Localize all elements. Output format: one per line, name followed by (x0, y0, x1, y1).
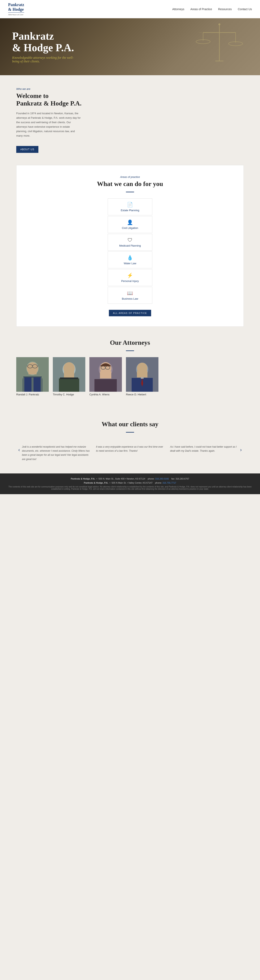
testimonials-title: What our clients say (16, 420, 244, 428)
practice-label: Areas of practice (29, 175, 231, 178)
svg-rect-27 (59, 379, 79, 392)
nav-links: Attorneys Areas of Practice Resources Co… (172, 8, 252, 11)
footer-phone2-label: phone: (155, 482, 162, 484)
medicaid-planning-icon: 🛡 (128, 237, 132, 243)
attorney-card-cynthia: Cynthia A. Wiens (89, 357, 122, 396)
testimonial-prev-button[interactable]: ‹ (16, 447, 22, 453)
attorneys-section: Our Attorneys (0, 327, 260, 408)
svg-rect-32 (100, 371, 111, 379)
hero-content: Pankratz & Hodge P.A. Knowledgeable atto… (0, 30, 77, 63)
attorney-name-reece: Reece D. Hiebert (126, 393, 146, 396)
practice-title: What we can do for you (29, 180, 231, 188)
scales-icon (191, 20, 248, 69)
nav-areas[interactable]: Areas of Practice (190, 8, 212, 11)
testimonial-item-1: It was a very enjoyable experience as it… (96, 445, 164, 461)
all-areas-button[interactable]: ALL AREAS OF PRACTICE (109, 310, 151, 316)
svg-rect-15 (23, 377, 42, 377)
attorney-name-cynthia: Cynthia A. Wiens (89, 393, 109, 396)
medicaid-planning-label: Medicaid Planning (119, 244, 141, 247)
testimonials-section: What our clients say ‹ Jodi is a wonderf… (0, 408, 260, 474)
water-law-icon: 💧 (127, 255, 133, 261)
nav-attorneys[interactable]: Attorneys (172, 8, 184, 11)
practice-business-law[interactable]: 📖 Business Law (108, 287, 152, 304)
footer-main: Pankratz & Hodge, P.A. • 505 N. Main St.… (8, 477, 252, 480)
practice-estate-planning[interactable]: 📄 Estate Planning (108, 199, 152, 215)
attorney-photo-reece (126, 357, 159, 392)
svg-rect-28 (60, 377, 78, 379)
water-law-label: Water Law (124, 262, 136, 265)
footer-firm-name-2: Pankratz & Hodge, P.A. (84, 482, 108, 484)
practice-water-law[interactable]: 💧 Water Law (108, 251, 152, 268)
footer-fax: 316.283.6767 (176, 477, 189, 480)
attorney-photo-cynthia (89, 357, 122, 392)
business-law-icon: 📖 (127, 290, 133, 296)
practice-section: Areas of practice What we can do for you… (16, 165, 244, 327)
svg-rect-39 (137, 371, 147, 377)
who-body: Founded in 1974 and located in Newton, K… (16, 111, 81, 138)
who-we-are-section: Who we are Welcome to Pankratz & Hodge P… (0, 75, 260, 165)
attorneys-title: Our Attorneys (16, 339, 244, 346)
footer-disclaimer: The contents of this web site are for co… (8, 486, 252, 490)
logo: Pankratz & Hodge Attorneys at Law (8, 2, 24, 16)
about-us-button[interactable]: ABOUT US (16, 146, 38, 153)
footer: Pankratz & Hodge, P.A. • 505 N. Main St.… (0, 473, 260, 494)
hero-section: Pankratz & Hodge P.A. Knowledgeable atto… (0, 18, 260, 75)
footer-address2: 505 N Main St. • Valley Center, KS 67147 (111, 482, 152, 484)
footer-main-2: Pankratz & Hodge, P.A. • 505 N Main St. … (8, 482, 252, 484)
testimonial-item-0: Jodi is a wonderful receptionist and has… (22, 445, 90, 461)
practice-divider (126, 192, 134, 192)
civil-litigation-label: Civil Litigation (122, 226, 138, 229)
footer-fax-label: fax: (171, 477, 175, 480)
timothy-photo-silhouette (53, 357, 85, 392)
svg-rect-26 (64, 371, 74, 379)
attorney-card-randall: Randall J. Pankratz (16, 357, 49, 396)
randall-photo-silhouette (16, 357, 49, 392)
logo-text: Pankratz & Hodge (8, 2, 24, 12)
cynthia-photo-silhouette (89, 357, 122, 392)
testimonial-grid: Jodi is a wonderful receptionist and has… (22, 445, 238, 461)
logo-tagline: Attorneys at Law (8, 13, 24, 16)
footer-phone-label: phone: (147, 477, 155, 480)
svg-point-2 (218, 23, 220, 25)
hero-subtitle: Knowledgeable attorneys working for the … (12, 56, 77, 63)
footer-firm-name: Pankratz & Hodge, P.A. (71, 477, 95, 480)
hero-title: Pankratz & Hodge P.A. (12, 30, 77, 54)
practice-medicaid-planning[interactable]: 🛡 Medicaid Planning (108, 234, 152, 251)
attorney-card-reece: Reece D. Hiebert (126, 357, 159, 396)
who-title: Welcome to Pankratz & Hodge P.A. (16, 92, 244, 107)
svg-rect-14 (29, 368, 36, 374)
attorney-name-randall: Randall J. Pankratz (16, 393, 39, 396)
svg-rect-33 (94, 379, 117, 392)
footer-phone[interactable]: 316.283.0166 (155, 477, 169, 480)
estate-planning-icon: 📄 (127, 202, 133, 208)
attorney-grid: Randall J. Pankratz Timothy C. Hodge (16, 357, 244, 396)
attorney-photo-randall (16, 357, 49, 392)
testimonials-divider (126, 432, 134, 433)
attorneys-divider (126, 350, 134, 351)
testimonial-next-button[interactable]: › (238, 447, 244, 453)
personal-injury-label: Personal Injury (121, 280, 139, 283)
attorney-card-timothy: Timothy C. Hodge (53, 357, 85, 396)
personal-injury-icon: ⚡ (127, 273, 133, 278)
practice-grid: 📄 Estate Planning 👤 Civil Litigation 🛡 M… (108, 199, 152, 304)
svg-rect-42 (141, 377, 144, 379)
civil-litigation-icon: 👤 (127, 220, 133, 225)
reece-photo-silhouette (126, 357, 159, 392)
footer-address: 505 N. Main St., Suite 400 • Newton, KS … (98, 477, 145, 480)
who-label: Who we are (16, 88, 244, 91)
navigation: Pankratz & Hodge Attorneys at Law Attorn… (0, 0, 260, 18)
footer-phone2[interactable]: 316.755.7717 (163, 482, 176, 484)
testimonial-item-2: As I have said before, I could not have … (170, 445, 238, 461)
business-law-label: Business Law (122, 297, 138, 300)
svg-rect-17 (33, 377, 41, 392)
estate-planning-label: Estate Planning (120, 209, 139, 212)
practice-personal-injury[interactable]: ⚡ Personal Injury (108, 269, 152, 286)
svg-rect-16 (24, 377, 32, 392)
attorney-name-timothy: Timothy C. Hodge (53, 393, 74, 396)
practice-civil-litigation[interactable]: 👤 Civil Litigation (108, 216, 152, 233)
attorney-photo-timothy (53, 357, 85, 392)
nav-resources[interactable]: Resources (218, 8, 232, 11)
nav-contact[interactable]: Contact Us (238, 8, 252, 11)
